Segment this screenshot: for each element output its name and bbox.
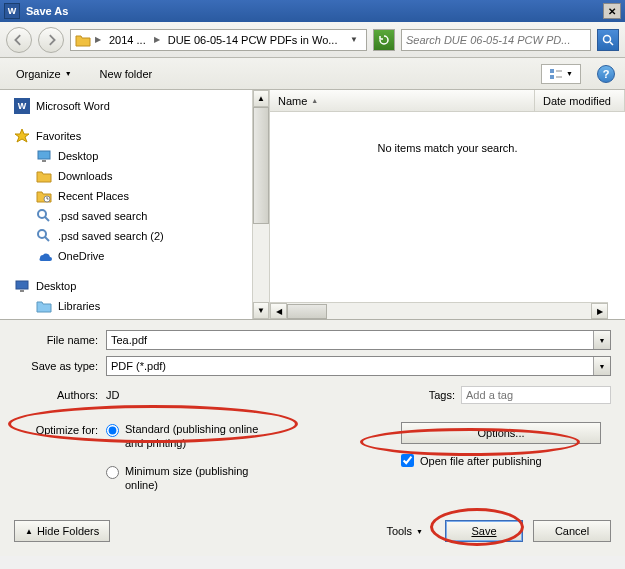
tools-label: Tools [386,525,412,537]
breadcrumb-item[interactable]: 2014 ... [105,34,150,46]
search-box[interactable] [401,29,591,51]
refresh-icon [378,34,390,46]
organize-label: Organize [16,68,61,80]
file-list-body: No items match your search. [270,112,625,319]
svg-rect-13 [16,281,28,289]
address-dropdown-icon[interactable]: ▼ [346,35,362,44]
sidebar-item-label: Desktop [58,150,98,162]
sidebar-item[interactable]: WMicrosoft Word [0,96,269,116]
search-icon [602,34,614,46]
svg-rect-3 [550,75,554,79]
sidebar-item[interactable]: Libraries [0,296,269,316]
search-button[interactable] [597,29,619,51]
dropdown-icon: ▼ [65,70,72,77]
help-button[interactable]: ? [597,65,615,83]
svg-rect-2 [550,69,554,73]
empty-message: No items match your search. [378,142,518,154]
view-button[interactable]: ▼ [541,64,581,84]
sidebar-item[interactable]: Desktop [0,276,269,296]
word-icon: W [14,98,30,114]
scroll-left-icon[interactable]: ◀ [270,303,287,319]
open-after-checkbox[interactable]: Open file after publishing [401,454,611,467]
breadcrumb-item[interactable]: DUE 06-05-14 PCW PDFs in Wo... [164,34,342,46]
svg-rect-6 [38,151,50,159]
filename-label: File name: [14,334,106,346]
organize-menu[interactable]: Organize ▼ [10,64,78,84]
hide-folders-label: Hide Folders [37,525,99,537]
filename-input[interactable] [107,334,593,346]
horizontal-scrollbar[interactable]: ◀ ▶ [270,302,608,319]
sidebar-item-label: Downloads [58,170,112,182]
titlebar: W Save As ✕ [0,0,625,22]
options-button[interactable]: Options... [401,422,601,444]
save-form: File name: ▼ Save as type: ▼ Authors: JD… [0,320,625,502]
sidebar-item[interactable]: Recent Places [0,186,269,206]
forward-button[interactable] [38,27,64,53]
column-date-label: Date modified [543,95,611,107]
sidebar-item[interactable]: OneDrive [0,246,269,266]
sidebar-item[interactable]: Desktop [0,146,269,166]
radio-standard[interactable]: Standard (publishing online and printing… [106,422,275,450]
footer: ▲ Hide Folders Tools ▼ Save Cancel [0,502,625,556]
sidebar-item[interactable]: Favorites [0,126,269,146]
navigation-sidebar: WMicrosoft WordFavoritesDesktopDownloads… [0,90,270,319]
svg-point-0 [604,35,611,42]
filename-dropdown-icon[interactable]: ▼ [593,331,610,349]
hide-folders-button[interactable]: ▲ Hide Folders [14,520,110,542]
chevron-up-icon: ▲ [25,527,33,536]
libraries-icon [36,298,52,314]
save-button[interactable]: Save [445,520,523,542]
type-combo[interactable]: ▼ [106,356,611,376]
star-icon [14,128,30,144]
dropdown-icon: ▼ [566,70,573,77]
tools-menu[interactable]: Tools ▼ [386,525,423,537]
sidebar-item[interactable]: .psd saved search (2) [0,226,269,246]
sidebar-item-label: Libraries [58,300,100,312]
file-list: Name ▲ Date modified No items match your… [270,90,625,319]
sidebar-scrollbar[interactable]: ▲ ▼ [252,90,269,319]
optimize-radio-group: Standard (publishing online and printing… [106,422,275,492]
column-date[interactable]: Date modified [535,90,625,111]
search-input[interactable] [402,34,590,46]
word-app-icon: W [4,3,20,19]
refresh-button[interactable] [373,29,395,51]
new-folder-label: New folder [100,68,153,80]
optimize-label: Optimize for: [14,422,106,492]
close-button[interactable]: ✕ [603,3,621,19]
column-name-label: Name [278,95,307,107]
radio-minimum-input[interactable] [106,466,119,479]
view-icon [549,68,563,80]
scroll-thumb[interactable] [253,107,269,224]
column-name[interactable]: Name ▲ [270,90,535,111]
radio-minimum[interactable]: Minimum size (publishing online) [106,464,275,492]
sidebar-item-label: .psd saved search (2) [58,230,164,242]
sidebar-item[interactable]: Downloads [0,166,269,186]
scroll-down-icon[interactable]: ▼ [253,302,269,319]
scroll-up-icon[interactable]: ▲ [253,90,269,107]
type-input[interactable] [107,360,593,372]
authors-value[interactable]: JD [106,389,119,401]
folder-icon [36,168,52,184]
onedrive-icon [36,248,52,264]
back-button[interactable] [6,27,32,53]
tags-input[interactable] [461,386,611,404]
scroll-right-icon[interactable]: ▶ [591,303,608,319]
type-dropdown-icon[interactable]: ▼ [593,357,610,375]
new-folder-button[interactable]: New folder [94,64,159,84]
sidebar-item-label: Desktop [36,280,76,292]
radio-standard-input[interactable] [106,424,119,437]
breadcrumb-sep-icon: ▶ [95,35,101,44]
scroll-thumb[interactable] [287,304,327,319]
svg-line-1 [610,42,613,45]
svg-rect-14 [20,290,24,292]
folder-icon [75,33,91,47]
column-headers: Name ▲ Date modified [270,90,625,112]
open-after-input[interactable] [401,454,414,467]
cancel-button[interactable]: Cancel [533,520,611,542]
sidebar-item-label: Microsoft Word [36,100,110,112]
filename-combo[interactable]: ▼ [106,330,611,350]
address-bar[interactable]: ▶ 2014 ... ▶ DUE 06-05-14 PCW PDFs in Wo… [70,29,367,51]
window-title: Save As [26,5,68,17]
sidebar-item[interactable]: .psd saved search [0,206,269,226]
open-after-label: Open file after publishing [420,455,542,467]
